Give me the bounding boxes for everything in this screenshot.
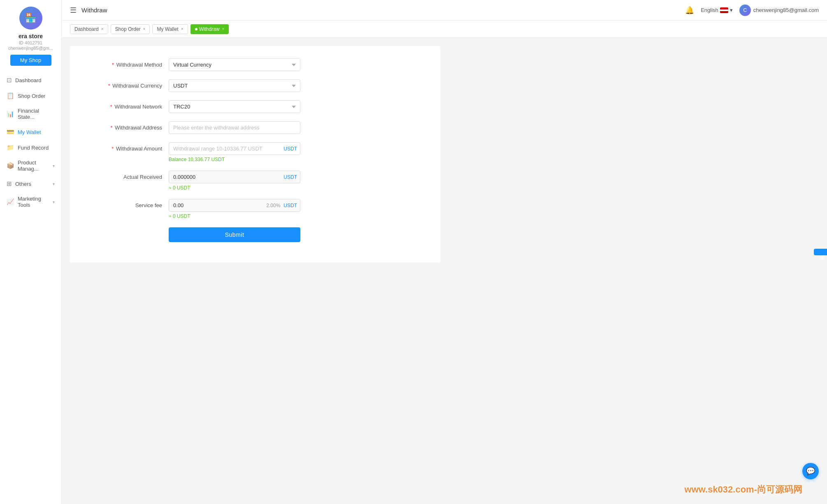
main-area: ☰ Withdraw 🔔 English ▾ C chenwenjing85@g… <box>62 0 827 504</box>
sidebar-item-product-manag[interactable]: 📦 Product Manag... ▾ <box>0 155 61 176</box>
sidebar-item-label: Marketing Tools <box>18 196 49 208</box>
withdrawal-amount-control: USDT Balance 10,336.77 USDT <box>169 142 300 162</box>
tab-close-icon[interactable]: × <box>101 27 104 31</box>
chevron-down-icon: ▾ <box>53 164 55 168</box>
withdrawal-network-select[interactable]: TRC20 ERC20 BEP20 <box>169 100 300 113</box>
marketing-icon: 📈 <box>7 198 14 206</box>
submit-button[interactable]: Submit <box>169 227 300 242</box>
sidebar-item-fund-record[interactable]: 📁 Fund Record <box>0 140 61 155</box>
service-fee-currency: USDT <box>283 203 297 208</box>
withdrawal-amount-input[interactable] <box>169 142 300 155</box>
tab-close-icon[interactable]: × <box>143 27 146 31</box>
username-label: chenwenjing85@gmail.com <box>753 7 819 13</box>
service-fee-row: Service fee 2.00% USDT ≈ 0 USDT <box>86 199 424 219</box>
sidebar-item-label: My Wallet <box>18 129 41 135</box>
sidebar-nav: ⊡ Dashboard 📋 Shop Order 📊 Financial Sta… <box>0 72 61 212</box>
tab-close-icon[interactable]: × <box>181 27 184 31</box>
language-label: English <box>701 7 718 13</box>
sidebar-item-label: Others <box>15 181 31 187</box>
withdrawal-address-control <box>169 121 300 134</box>
breadcrumb-tab-my-wallet[interactable]: My Wallet × <box>152 24 188 34</box>
user-menu[interactable]: C chenwenjing85@gmail.com <box>739 5 819 16</box>
sidebar: 🏪 era store ID 4012791 chenwenjing85@gm.… <box>0 0 62 504</box>
withdrawal-network-label: * Withdrawal Network <box>86 100 169 110</box>
required-mark: * <box>110 125 112 131</box>
topbar: ☰ Withdraw 🔔 English ▾ C chenwenjing85@g… <box>62 0 827 21</box>
bell-icon[interactable]: 🔔 <box>685 6 694 15</box>
sidebar-item-label: Financial State... <box>18 108 55 120</box>
actual-received-row: Actual Received USDT ≈ 0 USDT <box>86 171 424 191</box>
wallet-icon: 💳 <box>7 128 14 136</box>
actual-received-wrapper: USDT <box>169 171 300 183</box>
tab-close-icon[interactable]: × <box>222 27 225 31</box>
sidebar-item-marketing-tools[interactable]: 📈 Marketing Tools ▾ <box>0 192 61 212</box>
actual-received-approx: ≈ 0 USDT <box>169 185 300 191</box>
submit-spacer <box>86 227 169 231</box>
store-email: chenwenjing85@gm... <box>5 46 56 51</box>
avatar: 🏪 <box>19 7 42 30</box>
submit-control: Submit <box>169 227 300 242</box>
withdrawal-currency-label: * Withdrawal Currency <box>86 79 169 89</box>
withdrawal-network-row: * Withdrawal Network TRC20 ERC20 BEP20 <box>86 100 424 113</box>
language-selector[interactable]: English ▾ <box>701 7 733 13</box>
withdrawal-currency-select[interactable]: USDT BTC ETH <box>169 79 300 92</box>
topbar-right: 🔔 English ▾ C chenwenjing85@gmail.com <box>685 5 819 16</box>
withdrawal-address-input[interactable] <box>169 121 300 134</box>
required-mark: * <box>112 146 114 152</box>
chevron-down-icon: ▾ <box>53 182 55 186</box>
dashboard-icon: ⊡ <box>7 76 12 84</box>
breadcrumb-tab-shop-order[interactable]: Shop Order × <box>111 24 150 34</box>
store-name: era store <box>19 33 43 39</box>
fund-record-icon: 📁 <box>7 144 14 151</box>
tab-label: Shop Order <box>115 26 141 32</box>
sidebar-item-label: Shop Order <box>18 93 45 99</box>
withdraw-form-card: * Withdrawal Method Virtual Currency Ban… <box>70 46 440 263</box>
breadcrumb-tab-withdraw[interactable]: Withdraw × <box>190 24 229 34</box>
financial-icon: 📊 <box>7 110 14 118</box>
sidebar-item-financial[interactable]: 📊 Financial State... <box>0 104 61 124</box>
required-mark: * <box>108 83 110 89</box>
sidebar-item-dashboard[interactable]: ⊡ Dashboard <box>0 72 61 88</box>
required-mark: * <box>112 62 114 68</box>
withdrawal-method-select[interactable]: Virtual Currency Bank Transfer <box>169 58 300 71</box>
sidebar-item-shop-order[interactable]: 📋 Shop Order <box>0 88 61 104</box>
shop-order-icon: 📋 <box>7 92 14 99</box>
flag-icon <box>720 7 728 13</box>
breadcrumb: Dashboard × Shop Order × My Wallet × Wit… <box>62 21 827 38</box>
tab-label: My Wallet <box>157 26 178 32</box>
sidebar-item-label: Fund Record <box>18 145 49 151</box>
balance-hint: Balance 10,336.77 USDT <box>169 157 300 162</box>
sidebar-item-my-wallet[interactable]: 💳 My Wallet <box>0 124 61 140</box>
service-fee-approx: ≈ 0 USDT <box>169 213 300 219</box>
withdrawal-amount-row: * Withdrawal Amount USDT Balance 10,336.… <box>86 142 424 162</box>
service-fee-percent: 2.00% <box>266 203 280 208</box>
floating-chat-button[interactable]: 💬 <box>802 463 819 479</box>
product-icon: 📦 <box>7 162 14 169</box>
actual-received-control: USDT ≈ 0 USDT <box>169 171 300 191</box>
service-fee-suffix: 2.00% USDT <box>266 203 297 208</box>
floating-feedback-tab[interactable]: 反馈 <box>814 249 827 255</box>
chat-icon: 💬 <box>806 467 815 476</box>
submit-row: Submit <box>86 227 424 242</box>
amount-currency-badge: USDT <box>283 146 297 152</box>
others-icon: ⊞ <box>7 180 12 187</box>
withdrawal-currency-row: * Withdrawal Currency USDT BTC ETH <box>86 79 424 92</box>
hamburger-icon[interactable]: ☰ <box>70 6 77 15</box>
withdrawal-currency-control: USDT BTC ETH <box>169 79 300 92</box>
actual-received-label: Actual Received <box>86 171 169 180</box>
my-shop-button[interactable]: My Shop <box>10 55 51 66</box>
topbar-left: ☰ Withdraw <box>70 6 107 15</box>
breadcrumb-tab-dashboard[interactable]: Dashboard × <box>70 24 108 34</box>
required-mark: * <box>110 104 112 110</box>
withdrawal-address-label: * Withdrawal Address <box>86 121 169 131</box>
sidebar-item-label: Dashboard <box>15 77 42 83</box>
actual-received-currency: USDT <box>283 174 297 180</box>
sidebar-item-others[interactable]: ⊞ Others ▾ <box>0 176 61 192</box>
topbar-title: Withdraw <box>81 7 107 14</box>
chevron-down-icon: ▾ <box>53 200 55 204</box>
actual-received-input <box>169 171 300 183</box>
user-avatar: C <box>739 5 751 16</box>
store-id: ID 4012791 <box>19 40 42 45</box>
withdrawal-address-row: * Withdrawal Address <box>86 121 424 134</box>
tab-label: Withdraw <box>199 26 220 32</box>
